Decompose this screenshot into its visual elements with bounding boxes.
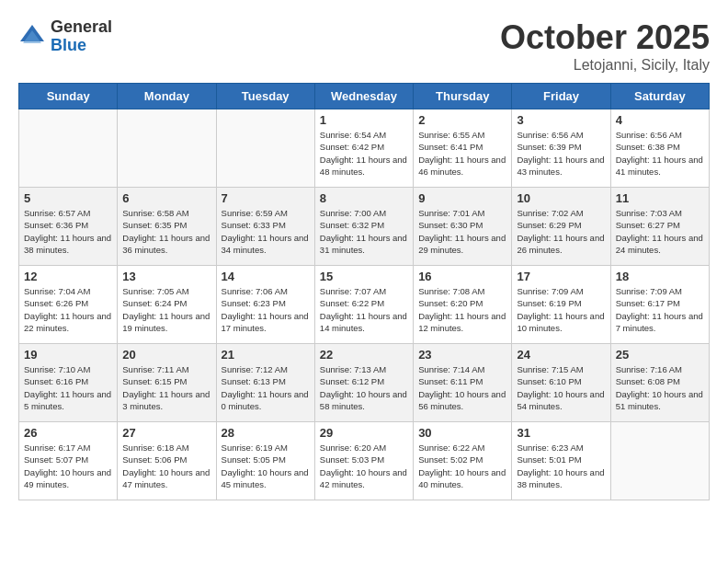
day-info: Sunrise: 6:59 AMSunset: 6:33 PMDaylight:… bbox=[222, 207, 310, 256]
day-cell: 4Sunrise: 6:56 AMSunset: 6:38 PMDaylight… bbox=[610, 109, 709, 188]
calendar-body: 1Sunrise: 6:54 AMSunset: 6:42 PMDaylight… bbox=[19, 109, 710, 500]
day-info: Sunrise: 7:04 AMSunset: 6:26 PMDaylight:… bbox=[24, 285, 112, 334]
day-number: 7 bbox=[222, 191, 310, 205]
day-info: Sunrise: 6:58 AMSunset: 6:35 PMDaylight:… bbox=[122, 207, 210, 256]
week-row-4: 19Sunrise: 7:10 AMSunset: 6:16 PMDayligh… bbox=[19, 344, 710, 422]
day-info: Sunrise: 7:06 AMSunset: 6:23 PMDaylight:… bbox=[222, 285, 310, 334]
title-block: October 2025 Letojanni, Sicily, Italy bbox=[500, 18, 710, 74]
weekday-thursday: Thursday bbox=[414, 84, 512, 109]
day-number: 24 bbox=[517, 348, 605, 362]
day-cell: 7Sunrise: 6:59 AMSunset: 6:33 PMDaylight… bbox=[216, 188, 314, 266]
day-cell bbox=[216, 109, 314, 188]
day-number: 23 bbox=[418, 348, 506, 362]
logo-icon bbox=[18, 23, 46, 51]
day-number: 13 bbox=[122, 270, 210, 283]
day-cell: 12Sunrise: 7:04 AMSunset: 6:26 PMDayligh… bbox=[19, 266, 118, 344]
day-number: 19 bbox=[24, 348, 112, 362]
day-info: Sunrise: 6:55 AMSunset: 6:41 PMDaylight:… bbox=[418, 129, 506, 178]
day-info: Sunrise: 7:02 AMSunset: 6:29 PMDaylight:… bbox=[517, 207, 605, 256]
day-cell: 17Sunrise: 7:09 AMSunset: 6:19 PMDayligh… bbox=[512, 266, 610, 344]
day-number: 18 bbox=[616, 270, 704, 283]
day-number: 4 bbox=[616, 113, 704, 127]
day-info: Sunrise: 7:13 AMSunset: 6:12 PMDaylight:… bbox=[320, 363, 408, 412]
day-cell: 8Sunrise: 7:00 AMSunset: 6:32 PMDaylight… bbox=[314, 188, 413, 266]
day-cell: 19Sunrise: 7:10 AMSunset: 6:16 PMDayligh… bbox=[19, 344, 118, 422]
day-cell: 23Sunrise: 7:14 AMSunset: 6:11 PMDayligh… bbox=[414, 344, 512, 422]
day-cell: 11Sunrise: 7:03 AMSunset: 6:27 PMDayligh… bbox=[610, 188, 709, 266]
day-cell bbox=[610, 422, 709, 500]
day-number: 14 bbox=[222, 270, 310, 283]
day-cell: 15Sunrise: 7:07 AMSunset: 6:22 PMDayligh… bbox=[314, 266, 413, 344]
weekday-friday: Friday bbox=[512, 84, 610, 109]
day-cell: 9Sunrise: 7:01 AMSunset: 6:30 PMDaylight… bbox=[414, 188, 512, 266]
day-number: 6 bbox=[122, 191, 210, 205]
day-cell: 28Sunrise: 6:19 AMSunset: 5:05 PMDayligh… bbox=[216, 422, 314, 500]
day-cell: 5Sunrise: 6:57 AMSunset: 6:36 PMDaylight… bbox=[19, 188, 118, 266]
day-number: 28 bbox=[222, 426, 310, 440]
weekday-saturday: Saturday bbox=[610, 84, 709, 109]
weekday-monday: Monday bbox=[118, 84, 216, 109]
day-cell: 30Sunrise: 6:22 AMSunset: 5:02 PMDayligh… bbox=[414, 422, 512, 500]
day-number: 3 bbox=[517, 113, 605, 127]
day-number: 22 bbox=[320, 348, 408, 362]
week-row-2: 5Sunrise: 6:57 AMSunset: 6:36 PMDaylight… bbox=[19, 188, 710, 266]
week-row-3: 12Sunrise: 7:04 AMSunset: 6:26 PMDayligh… bbox=[19, 266, 710, 344]
day-number: 27 bbox=[122, 426, 210, 440]
location: Letojanni, Sicily, Italy bbox=[500, 57, 710, 74]
day-info: Sunrise: 6:54 AMSunset: 6:42 PMDaylight:… bbox=[320, 129, 408, 178]
day-number: 12 bbox=[24, 270, 112, 283]
day-info: Sunrise: 6:56 AMSunset: 6:38 PMDaylight:… bbox=[616, 129, 704, 178]
day-cell: 1Sunrise: 6:54 AMSunset: 6:42 PMDaylight… bbox=[314, 109, 413, 188]
day-cell: 26Sunrise: 6:17 AMSunset: 5:07 PMDayligh… bbox=[19, 422, 118, 500]
day-cell: 31Sunrise: 6:23 AMSunset: 5:01 PMDayligh… bbox=[512, 422, 610, 500]
day-cell: 20Sunrise: 7:11 AMSunset: 6:15 PMDayligh… bbox=[118, 344, 216, 422]
day-number: 25 bbox=[616, 348, 704, 362]
day-info: Sunrise: 7:12 AMSunset: 6:13 PMDaylight:… bbox=[222, 363, 310, 412]
day-cell: 14Sunrise: 7:06 AMSunset: 6:23 PMDayligh… bbox=[216, 266, 314, 344]
day-info: Sunrise: 7:08 AMSunset: 6:20 PMDaylight:… bbox=[418, 285, 506, 334]
day-info: Sunrise: 6:56 AMSunset: 6:39 PMDaylight:… bbox=[517, 129, 605, 178]
day-cell bbox=[118, 109, 216, 188]
day-cell: 27Sunrise: 6:18 AMSunset: 5:06 PMDayligh… bbox=[118, 422, 216, 500]
calendar: SundayMondayTuesdayWednesdayThursdayFrid… bbox=[18, 83, 710, 500]
day-number: 8 bbox=[320, 191, 408, 205]
day-info: Sunrise: 7:00 AMSunset: 6:32 PMDaylight:… bbox=[320, 207, 408, 256]
day-cell: 18Sunrise: 7:09 AMSunset: 6:17 PMDayligh… bbox=[610, 266, 709, 344]
day-cell: 16Sunrise: 7:08 AMSunset: 6:20 PMDayligh… bbox=[414, 266, 512, 344]
day-number: 15 bbox=[320, 270, 408, 283]
day-info: Sunrise: 7:03 AMSunset: 6:27 PMDaylight:… bbox=[616, 207, 704, 256]
week-row-1: 1Sunrise: 6:54 AMSunset: 6:42 PMDaylight… bbox=[19, 109, 710, 188]
day-number: 16 bbox=[418, 270, 506, 283]
day-info: Sunrise: 6:19 AMSunset: 5:05 PMDaylight:… bbox=[222, 442, 310, 490]
weekday-sunday: Sunday bbox=[19, 84, 118, 109]
day-number: 1 bbox=[320, 113, 408, 127]
month-title: October 2025 bbox=[500, 18, 710, 57]
day-cell: 10Sunrise: 7:02 AMSunset: 6:29 PMDayligh… bbox=[512, 188, 610, 266]
day-number: 5 bbox=[24, 191, 112, 205]
day-cell: 22Sunrise: 7:13 AMSunset: 6:12 PMDayligh… bbox=[314, 344, 413, 422]
day-info: Sunrise: 6:18 AMSunset: 5:06 PMDaylight:… bbox=[122, 442, 210, 490]
day-number: 11 bbox=[616, 191, 704, 205]
day-info: Sunrise: 7:09 AMSunset: 6:19 PMDaylight:… bbox=[517, 285, 605, 334]
weekday-tuesday: Tuesday bbox=[216, 84, 314, 109]
logo-general: General bbox=[51, 18, 112, 37]
day-cell: 6Sunrise: 6:58 AMSunset: 6:35 PMDaylight… bbox=[118, 188, 216, 266]
logo-blue: Blue bbox=[51, 37, 112, 55]
day-number: 20 bbox=[122, 348, 210, 362]
day-cell: 2Sunrise: 6:55 AMSunset: 6:41 PMDaylight… bbox=[414, 109, 512, 188]
day-info: Sunrise: 7:05 AMSunset: 6:24 PMDaylight:… bbox=[122, 285, 210, 334]
day-info: Sunrise: 6:57 AMSunset: 6:36 PMDaylight:… bbox=[24, 207, 112, 256]
day-number: 30 bbox=[418, 426, 506, 440]
day-cell: 21Sunrise: 7:12 AMSunset: 6:13 PMDayligh… bbox=[216, 344, 314, 422]
day-cell: 25Sunrise: 7:16 AMSunset: 6:08 PMDayligh… bbox=[610, 344, 709, 422]
logo: General Blue bbox=[18, 18, 112, 55]
day-info: Sunrise: 7:07 AMSunset: 6:22 PMDaylight:… bbox=[320, 285, 408, 334]
day-info: Sunrise: 7:14 AMSunset: 6:11 PMDaylight:… bbox=[418, 363, 506, 412]
weekday-header: SundayMondayTuesdayWednesdayThursdayFrid… bbox=[19, 84, 710, 109]
day-cell: 24Sunrise: 7:15 AMSunset: 6:10 PMDayligh… bbox=[512, 344, 610, 422]
day-info: Sunrise: 7:16 AMSunset: 6:08 PMDaylight:… bbox=[616, 363, 704, 412]
logo-text: General Blue bbox=[51, 18, 112, 55]
day-info: Sunrise: 6:23 AMSunset: 5:01 PMDaylight:… bbox=[517, 442, 605, 490]
day-info: Sunrise: 7:11 AMSunset: 6:15 PMDaylight:… bbox=[122, 363, 210, 412]
day-info: Sunrise: 6:17 AMSunset: 5:07 PMDaylight:… bbox=[24, 442, 112, 490]
